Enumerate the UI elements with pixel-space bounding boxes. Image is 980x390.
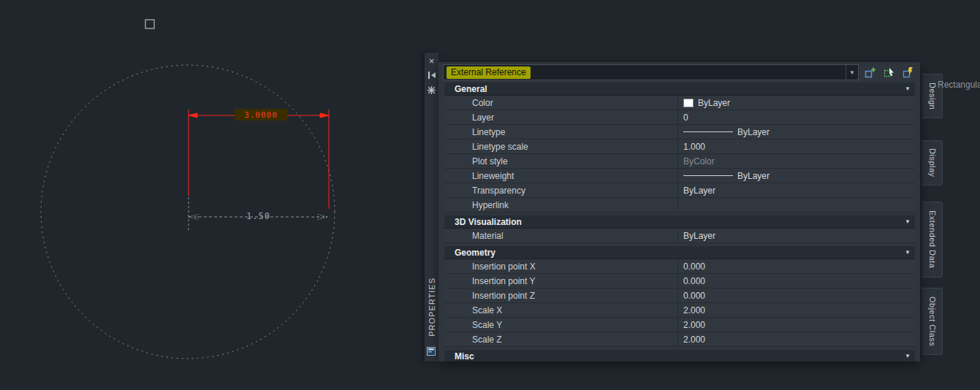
property-label: Lineweight [444, 169, 678, 183]
section-header-general[interactable]: General ▼ [444, 83, 915, 96]
color-swatch [683, 99, 694, 107]
palette-settings-button[interactable] [425, 83, 438, 96]
properties-palette: External Reference ▼ [438, 62, 920, 362]
scale-z-value-cell[interactable]: 2.000 [678, 332, 915, 346]
chevron-down-icon: ▼ [905, 85, 911, 92]
property-label: Scale Z [444, 332, 678, 346]
property-value: 0 [683, 112, 688, 123]
tab-object-class[interactable]: Object Class [922, 288, 943, 355]
chevron-down-icon: ▼ [905, 353, 911, 359]
scale-y-value-cell[interactable]: 2.000 [678, 318, 915, 332]
property-row: Layer 0 [444, 110, 915, 125]
property-label: Linetype [444, 125, 678, 139]
property-row: Material ByLayer [444, 229, 915, 243]
property-value: 0.000 [683, 261, 705, 272]
property-label: Insertion point Z [444, 288, 678, 302]
select-objects-button[interactable] [882, 65, 897, 80]
property-row: Scale X 2.000 [444, 303, 915, 318]
material-value-cell[interactable]: ByLayer [678, 229, 915, 242]
close-button[interactable]: × [425, 54, 438, 67]
dimension-text-linear[interactable]: 3.0000 [235, 109, 287, 121]
toggle-pickadd-icon [865, 66, 876, 78]
color-value-cell[interactable]: ByLayer [678, 96, 915, 110]
linetype-scale-value-cell[interactable]: 1.000 [678, 139, 915, 153]
property-value: 1.000 [683, 142, 705, 152]
chevron-down-icon: ▼ [905, 218, 911, 225]
lineweight-sample [683, 175, 733, 176]
tab-extended-data[interactable]: Extended Data [922, 202, 943, 278]
property-row: Color ByLayer [444, 96, 915, 110]
palette-icon [427, 345, 436, 359]
property-row: Transparency ByLayer [444, 183, 915, 198]
property-row: Insertion point X 0.000 [444, 259, 915, 274]
dimension-text-radius[interactable]: 1.50 [244, 211, 273, 221]
chevron-down-icon[interactable]: ▼ [846, 65, 858, 80]
property-row: Insertion point Z 0.000 [444, 288, 915, 303]
layer-value-cell[interactable]: 0 [678, 110, 915, 124]
properties-palette-rail: × PROPERTIES [425, 53, 438, 362]
property-value: 2.000 [683, 305, 705, 316]
property-value: ByLayer [737, 127, 770, 137]
transparency-value-cell[interactable]: ByLayer [678, 183, 915, 197]
property-label: Linetype scale [444, 139, 678, 153]
property-value: 2.000 [683, 334, 705, 345]
property-row: Linetype ByLayer [444, 125, 915, 139]
property-row: Scale Y 2.000 [444, 318, 915, 332]
property-value: ByLayer [698, 98, 730, 108]
property-row: Linetype scale 1.000 [444, 139, 915, 154]
property-value: 0.000 [683, 291, 705, 301]
property-value: ByLayer [683, 186, 715, 196]
object-type-dropdown[interactable]: External Reference ▼ [443, 64, 859, 80]
property-label: Color [444, 96, 678, 110]
object-type-value: External Reference [447, 66, 531, 79]
close-icon: × [429, 56, 435, 66]
property-value: ByColor [683, 156, 715, 167]
toggle-pickadd-button[interactable] [863, 65, 878, 80]
section-title: Geometry [455, 248, 495, 258]
property-row: Lineweight ByLayer [444, 169, 915, 183]
property-row: Insertion point Y 0.000 [444, 274, 915, 288]
section-title: 3D Visualization [455, 217, 522, 227]
property-label: Plot style [444, 154, 678, 168]
section-title: General [455, 84, 487, 94]
property-value: 2.000 [683, 320, 705, 330]
section-header-3d-visualization[interactable]: 3D Visualization ▼ [444, 215, 915, 229]
properties-grid: General ▼ Color ByLayer Layer 0 Linetype [444, 83, 915, 362]
quick-select-button[interactable] [901, 65, 916, 80]
plot-style-value-cell: ByColor [678, 154, 915, 168]
hyperlink-value-cell[interactable] [678, 198, 915, 212]
section-header-misc[interactable]: Misc ▼ [444, 350, 915, 362]
selection-grip-square[interactable] [145, 20, 154, 28]
quick-select-icon [903, 66, 914, 78]
property-label: Layer [444, 110, 678, 124]
select-objects-icon [884, 66, 895, 78]
property-value: ByLayer [737, 171, 770, 181]
scale-x-value-cell[interactable]: 2.000 [678, 303, 915, 317]
lineweight-value-cell[interactable]: ByLayer [678, 169, 915, 183]
tab-design[interactable]: Design [922, 74, 943, 118]
insertion-x-value-cell[interactable]: 0.000 [678, 259, 915, 273]
property-value: ByLayer [683, 231, 715, 241]
property-label: Scale X [444, 303, 678, 317]
palette-header: External Reference ▼ [438, 62, 920, 83]
linear-dimension[interactable] [189, 110, 329, 209]
insertion-y-value-cell[interactable]: 0.000 [678, 274, 915, 288]
section-title: Misc [455, 351, 474, 362]
chevron-down-icon: ▼ [905, 249, 911, 256]
palette-title: PROPERTIES [428, 278, 436, 337]
selected-circle[interactable] [41, 65, 335, 359]
tab-display[interactable]: Display [922, 140, 943, 186]
autocad-window: 3.0000 1.50 Rectangular Sn × PROPERTIES [0, 0, 980, 390]
property-row: Hyperlink [444, 198, 915, 213]
insertion-z-value-cell[interactable]: 0.000 [678, 288, 915, 302]
property-label: Hyperlink [444, 198, 678, 212]
property-row: Scale Z 2.000 [444, 332, 915, 347]
property-label: Insertion point Y [444, 274, 678, 288]
auto-hide-button[interactable] [425, 69, 438, 82]
section-header-geometry[interactable]: Geometry ▼ [444, 246, 915, 259]
property-label: Material [444, 229, 678, 242]
property-label: Scale Y [444, 318, 678, 332]
linetype-sample [683, 131, 733, 132]
linetype-value-cell[interactable]: ByLayer [678, 125, 915, 139]
property-label: Insertion point X [444, 259, 678, 273]
